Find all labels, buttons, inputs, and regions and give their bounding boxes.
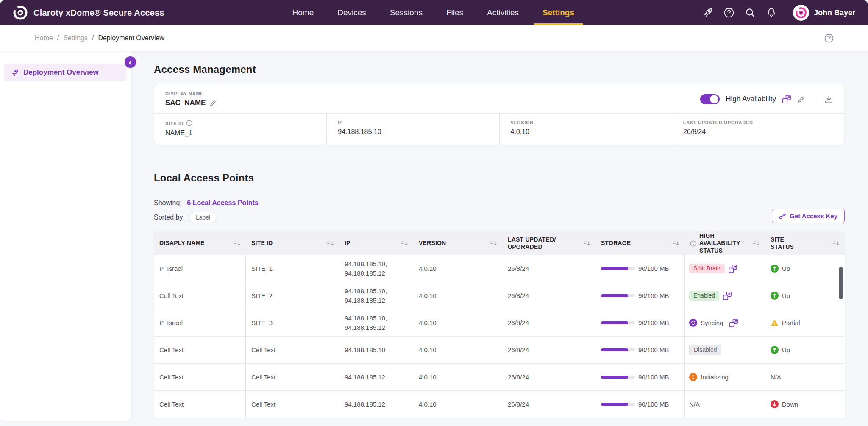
- rocket-icon: [11, 69, 19, 77]
- sort-icon[interactable]: [327, 240, 334, 247]
- cell-ip: 94.188.185.10, 94.188.185.12: [345, 259, 387, 278]
- cell-site-status: Up: [782, 346, 790, 354]
- col-site-status[interactable]: SITE STATUS: [765, 231, 845, 255]
- download-icon[interactable]: [824, 95, 833, 104]
- high-availability-label: High Availability: [726, 95, 776, 103]
- table-row[interactable]: P_Israel SITE_3 94.188.185.10, 94.188.18…: [154, 309, 845, 337]
- ha-pair-icon[interactable]: [782, 95, 791, 104]
- table-header: DISAPLY NAME SITE ID IP VERSION LAST UPD…: [154, 231, 845, 255]
- cell-site-id: SITE_3: [251, 319, 273, 326]
- col-ip[interactable]: IP: [339, 231, 413, 255]
- edit-display-name-icon[interactable]: [209, 100, 217, 107]
- table-row[interactable]: P_Israel SITE_1 94.188.185.10, 94.188.18…: [154, 255, 845, 282]
- cell-storage: 90/100 MB: [638, 292, 669, 299]
- main-nav: Home Devices Sessions Files Activities S…: [292, 0, 574, 25]
- table-row[interactable]: Cell Text SITE_2 94.188.185.10, 94.188.1…: [154, 282, 845, 309]
- nav-home[interactable]: Home: [292, 0, 314, 25]
- key-icon: [779, 212, 786, 220]
- ha-status-badge: Split Brain: [689, 264, 725, 273]
- ha-status-text: Initializing: [701, 373, 729, 381]
- top-bar: Claroty xDome® Secure Access Home Device…: [0, 0, 868, 25]
- cell-site-status: N/A: [771, 373, 781, 381]
- section-divider: [154, 159, 845, 159]
- status-up-icon: [771, 292, 779, 300]
- sort-icon[interactable]: [401, 240, 408, 247]
- page-help-icon[interactable]: [824, 33, 834, 43]
- help-icon[interactable]: [723, 7, 734, 18]
- claroty-logo-icon: [13, 5, 28, 20]
- brand-title: Claroty xDome® Secure Access: [33, 8, 164, 18]
- cell-last-updated: 26/8/24: [508, 292, 529, 299]
- cell-storage: 90/100 MB: [638, 319, 669, 326]
- breadcrumb: Home / Settings / Deployment Overview: [0, 25, 868, 51]
- cell-storage: 90/100 MB: [638, 373, 669, 381]
- storage-bar: [601, 321, 635, 324]
- rocket-icon[interactable]: [702, 7, 713, 18]
- storage-bar: [601, 294, 635, 297]
- field-site-id: SITE ID NAME_1: [154, 114, 326, 145]
- info-icon[interactable]: [690, 240, 696, 247]
- sort-icon[interactable]: [234, 240, 240, 247]
- field-label: IP: [338, 120, 343, 125]
- display-name-label: DISPLAY NAME: [165, 91, 217, 96]
- sort-icon[interactable]: [833, 240, 839, 247]
- table-scrollbar[interactable]: [839, 267, 843, 299]
- cell-storage: 90/100 MB: [638, 265, 669, 272]
- table-row[interactable]: Cell Text Cell Text 94.188.185.10 4.0.10…: [154, 337, 845, 364]
- col-storage[interactable]: STORAGE: [595, 231, 684, 255]
- sort-icon[interactable]: [584, 240, 590, 247]
- col-display-name[interactable]: DISAPLY NAME: [154, 231, 246, 255]
- sidebar-collapse-button[interactable]: [125, 56, 136, 68]
- breadcrumb-settings[interactable]: Settings: [63, 34, 88, 42]
- nav-sessions[interactable]: Sessions: [390, 0, 423, 25]
- sidebar-item-deployment-overview[interactable]: Deployment Overview: [4, 64, 126, 81]
- col-version[interactable]: VERSION: [413, 231, 502, 255]
- cell-display-name: Cell Text: [159, 292, 184, 299]
- user-menu[interactable]: John Bayer: [793, 5, 855, 21]
- high-availability-toggle[interactable]: [700, 94, 720, 104]
- bell-icon[interactable]: [766, 7, 777, 18]
- cell-version: 4.0.10: [419, 265, 437, 272]
- sort-icon[interactable]: [490, 240, 497, 247]
- toggle-knob: [710, 95, 718, 103]
- search-icon[interactable]: [745, 7, 756, 18]
- ha-pair-icon[interactable]: [729, 318, 738, 328]
- field-value: 26/8/24: [683, 128, 833, 136]
- sort-icon[interactable]: [673, 240, 679, 247]
- status-down-icon: [771, 400, 779, 408]
- chevron-left-icon: [128, 60, 133, 66]
- edit-ha-icon[interactable]: [797, 95, 805, 103]
- breadcrumb-home[interactable]: Home: [35, 34, 53, 42]
- cell-version: 4.0.10: [419, 373, 437, 381]
- showing-count-link[interactable]: 6 Local Access Points: [187, 199, 258, 206]
- col-ha-status[interactable]: HIGH AVAILABILITY STATUS: [684, 231, 765, 255]
- storage-bar: [601, 348, 635, 351]
- sidebar-item-label: Deployment Overview: [23, 68, 99, 77]
- cell-site-id: Cell Text: [251, 346, 275, 354]
- main-content: Access Management DISPLAY NAME SAC_NAME …: [131, 51, 868, 426]
- nav-devices[interactable]: Devices: [337, 0, 366, 25]
- col-last-updated[interactable]: LAST UPDATED/ UPGRADED: [502, 231, 595, 255]
- nav-files[interactable]: Files: [446, 0, 463, 25]
- nav-settings[interactable]: Settings: [542, 0, 574, 25]
- sort-icon[interactable]: [753, 240, 760, 247]
- display-name-value: SAC_NAME: [165, 99, 206, 107]
- cell-last-updated: 26/8/24: [508, 346, 529, 354]
- table-row[interactable]: Cell Text Cell Text 94.188.185.12 4.0.10…: [154, 391, 845, 418]
- nav-activities[interactable]: Activities: [487, 0, 519, 25]
- cell-version: 4.0.10: [419, 401, 437, 408]
- settings-sidebar: Deployment Overview: [0, 51, 131, 421]
- ha-pair-icon[interactable]: [728, 264, 737, 273]
- cell-last-updated: 26/8/24: [508, 265, 529, 272]
- get-access-key-button[interactable]: Get Access Key: [772, 209, 845, 223]
- cell-ip: 94.188.185.10: [345, 345, 385, 355]
- sort-chip[interactable]: Label: [189, 212, 217, 223]
- table-row[interactable]: Cell Text Cell Text 94.188.185.12 4.0.10…: [154, 364, 845, 391]
- local-access-points-table: DISAPLY NAME SITE ID IP VERSION LAST UPD…: [154, 231, 845, 418]
- col-site-id[interactable]: SITE ID: [246, 231, 339, 255]
- info-icon[interactable]: [186, 120, 192, 126]
- get-access-key-label: Get Access Key: [790, 212, 837, 220]
- ha-pair-icon[interactable]: [723, 291, 732, 301]
- cell-display-name: Cell Text: [159, 373, 184, 381]
- status-up-icon: [771, 265, 779, 273]
